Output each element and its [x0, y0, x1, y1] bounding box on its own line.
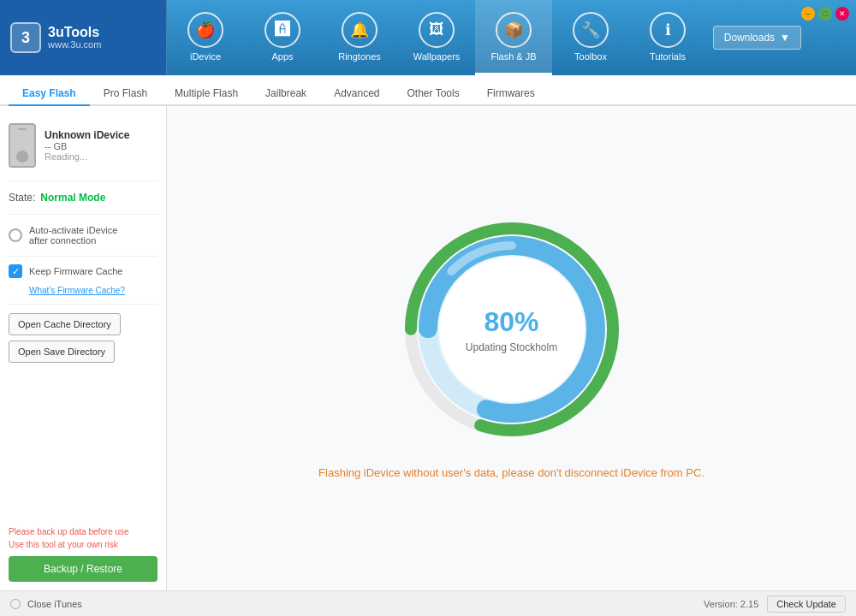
- device-info-section: Unknown iDevice -- GB Reading...: [9, 115, 158, 181]
- app-info: 3uTools www.3u.com: [48, 26, 101, 50]
- open-cache-directory-button[interactable]: Open Cache Directory: [9, 313, 121, 335]
- nav-item-toolbox[interactable]: 🔧 Toolbox: [552, 0, 629, 75]
- auto-activate-sub: after connection: [29, 235, 117, 246]
- keep-firmware-row[interactable]: Keep Firmware Cache: [9, 264, 158, 278]
- version-label: Version: 2.15: [704, 599, 758, 609]
- sub-tab-multiple-flash[interactable]: Multiple Flash: [161, 82, 252, 106]
- state-value: Normal Mode: [40, 192, 105, 204]
- sub-tab-other-tools[interactable]: Other Tools: [394, 82, 473, 106]
- sub-tab-advanced[interactable]: Advanced: [320, 82, 393, 106]
- nav-item-idevice[interactable]: 🍎 iDevice: [167, 0, 244, 75]
- nav-label-ringtones: Ringtones: [338, 51, 381, 62]
- device-icon: [9, 123, 36, 168]
- state-row: State: Normal Mode: [9, 181, 158, 215]
- progress-percent: 80%: [466, 305, 557, 337]
- app-url: www.3u.com: [48, 39, 101, 50]
- nav-label-toolbox: Toolbox: [574, 51, 607, 62]
- nav-label-apps: Apps: [271, 51, 293, 62]
- main-flash-content: 80% Updating Stockholm Flashing iDevice …: [167, 106, 856, 590]
- state-label: State:: [9, 192, 35, 204]
- sub-tab-firmwares[interactable]: Firmwares: [473, 82, 549, 106]
- nav-item-ringtones[interactable]: 🔔 Ringtones: [321, 0, 398, 75]
- minimize-button[interactable]: ─: [801, 7, 815, 21]
- open-save-directory-button[interactable]: Open Save Directory: [9, 341, 115, 363]
- donut-center: 80% Updating Stockholm: [466, 305, 557, 352]
- keep-firmware-checkbox[interactable]: [9, 264, 22, 278]
- app-logo: 3: [10, 22, 41, 53]
- sub-tab-pro-flash[interactable]: Pro Flash: [90, 82, 161, 106]
- backup-restore-button[interactable]: Backup / Restore: [9, 556, 158, 582]
- warning-text: Please back up data before use Use this …: [9, 525, 158, 551]
- auto-activate-label: Auto-activate iDevice: [29, 225, 117, 235]
- status-right: Version: 2.15 Check Update: [704, 595, 846, 613]
- downloads-button[interactable]: Downloads ▼: [713, 26, 801, 50]
- nav-item-apps[interactable]: 🅰 Apps: [244, 0, 321, 75]
- auto-activate-radio[interactable]: [9, 228, 22, 242]
- flash-warning-text: Flashing iDevice without user's data, pl…: [318, 466, 704, 479]
- directory-buttons: Open Cache Directory Open Save Directory: [9, 305, 158, 376]
- sub-tab-easy-flash[interactable]: Easy Flash: [9, 82, 90, 106]
- main-nav: 🍎 iDevice 🅰 Apps 🔔 Ringtones 🖼 Wallpaper…: [167, 0, 713, 75]
- check-update-button[interactable]: Check Update: [767, 595, 846, 613]
- nav-item-flash-jb[interactable]: 📦 Flash & JB: [475, 0, 552, 75]
- close-button[interactable]: ✕: [835, 7, 849, 21]
- progress-subtitle: Updating Stockholm: [466, 341, 557, 352]
- itunes-status-indicator: [10, 599, 21, 609]
- progress-donut: 80% Updating Stockholm: [401, 218, 623, 441]
- device-name: Unknown iDevice: [45, 129, 158, 141]
- nav-item-tutorials[interactable]: ℹ Tutorials: [629, 0, 706, 75]
- nav-label-flash-jb: Flash & JB: [490, 51, 536, 62]
- window-controls: ─ □ ✕: [801, 0, 856, 21]
- nav-label-wallpapers: Wallpapers: [413, 51, 461, 62]
- firmware-cache-link[interactable]: What's Firmware Cache?: [29, 286, 125, 295]
- device-gb: -- GB: [45, 141, 158, 151]
- nav-icon-flash-jb: 📦: [496, 12, 532, 48]
- keep-firmware-section: Keep Firmware Cache What's Firmware Cach…: [9, 257, 158, 305]
- nav-item-wallpapers[interactable]: 🖼 Wallpapers: [398, 0, 475, 75]
- nav-icon-ringtones: 🔔: [342, 12, 377, 48]
- nav-label-idevice: iDevice: [190, 51, 221, 62]
- nav-icon-idevice: 🍎: [187, 12, 223, 48]
- sidebar: Unknown iDevice -- GB Reading... State: …: [0, 106, 167, 590]
- title-bar: 3 3uTools www.3u.com 🍎 iDevice 🅰 Apps 🔔 …: [0, 0, 856, 75]
- app-branding: 3 3uTools www.3u.com: [0, 0, 167, 75]
- maximize-button[interactable]: □: [818, 7, 832, 21]
- nav-icon-toolbox: 🔧: [573, 12, 609, 48]
- close-itunes-label[interactable]: Close iTunes: [27, 599, 82, 609]
- sub-tabs-bar: Easy FlashPro FlashMultiple FlashJailbre…: [0, 75, 856, 106]
- device-status: Reading...: [45, 151, 158, 162]
- status-bar: Close iTunes Version: 2.15 Check Update: [0, 590, 856, 616]
- app-name: 3uTools: [48, 26, 101, 39]
- nav-icon-tutorials: ℹ: [650, 12, 686, 48]
- keep-firmware-label: Keep Firmware Cache: [29, 266, 122, 276]
- status-left: Close iTunes: [10, 599, 82, 609]
- auto-activate-option[interactable]: Auto-activate iDevice after connection: [9, 215, 158, 257]
- sub-tab-jailbreak[interactable]: Jailbreak: [252, 82, 320, 106]
- device-text: Unknown iDevice -- GB Reading...: [45, 129, 158, 162]
- nav-label-tutorials: Tutorials: [650, 51, 686, 62]
- nav-icon-wallpapers: 🖼: [419, 12, 455, 48]
- nav-icon-apps: 🅰: [265, 12, 300, 48]
